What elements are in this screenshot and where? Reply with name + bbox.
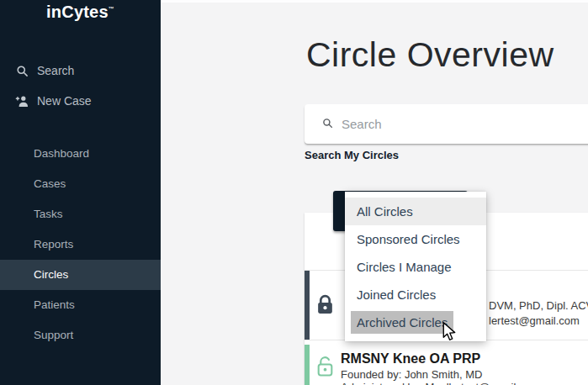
dropdown-item-sponsored-circles[interactable]: Sponsored Circles <box>345 225 486 253</box>
circle-title: RMSNY Knee OA PRP <box>341 351 480 367</box>
sidebar-item-support[interactable]: Support <box>0 320 161 351</box>
sidebar-item-label: Search <box>37 64 74 77</box>
row-accent-bar <box>305 345 310 385</box>
sidebar-item-reports[interactable]: Reports <box>0 229 161 260</box>
dropdown-item-all-circles[interactable]: All Circles <box>345 198 486 225</box>
dropdown-item-circles-i-manage[interactable]: Circles I Manage <box>345 253 486 281</box>
dropdown-item-joined-circles[interactable]: Joined Circles <box>345 281 486 309</box>
sidebar-item-circles[interactable]: Circles <box>0 260 161 290</box>
search-icon <box>14 63 29 78</box>
lock-open-icon <box>317 356 333 380</box>
sidebar-item-label: New Case <box>37 94 92 108</box>
sidebar-item-new-case[interactable]: New Case <box>0 90 161 112</box>
app-logo: inCytes™ <box>0 0 161 20</box>
add-person-icon <box>14 93 29 108</box>
app-window: inCytes™ Search New Case Dashboard <box>0 0 588 385</box>
row-accent-bar <box>305 271 310 340</box>
top-strip <box>161 0 588 3</box>
magnifier-icon <box>322 117 333 132</box>
sidebar-item-cases[interactable]: Cases <box>0 169 161 199</box>
logo-text: inCytes <box>46 3 109 21</box>
sidebar-item-search[interactable]: Search <box>0 60 161 82</box>
search-input[interactable] <box>342 117 569 131</box>
page-title: Circle Overview <box>306 35 554 75</box>
circle-administered-by: Administered by: Muellertest@gmail.com <box>341 381 539 385</box>
sidebar-item-tasks[interactable]: Tasks <box>0 199 161 229</box>
sidebar: inCytes™ Search New Case Dashboard <box>0 0 161 385</box>
archived-circles-selection: Archived Circles <box>351 311 453 334</box>
search-my-circles-label: Search My Circles <box>305 149 399 161</box>
row-admin-email-text: lertest@gmail.com <box>489 314 580 327</box>
circle-filter-dropdown: All Circles Sponsored Circles Circles I … <box>345 192 486 341</box>
sidebar-item-patients[interactable]: Patients <box>0 290 161 320</box>
row-credentials-text: DVM, PhD, Dipl. ACVS <box>489 299 588 312</box>
lock-closed-icon <box>317 294 333 318</box>
trademark-mark: ™ <box>109 6 114 12</box>
sidebar-item-dashboard[interactable]: Dashboard <box>0 139 161 169</box>
dropdown-item-archived-circles[interactable]: Archived Circles <box>345 309 486 336</box>
circle-founded-by: Founded by: John Smith, MD <box>341 368 482 381</box>
sidebar-nav: Dashboard Cases Tasks Reports Circles Pa… <box>0 139 161 351</box>
circle-search-box <box>305 104 588 144</box>
